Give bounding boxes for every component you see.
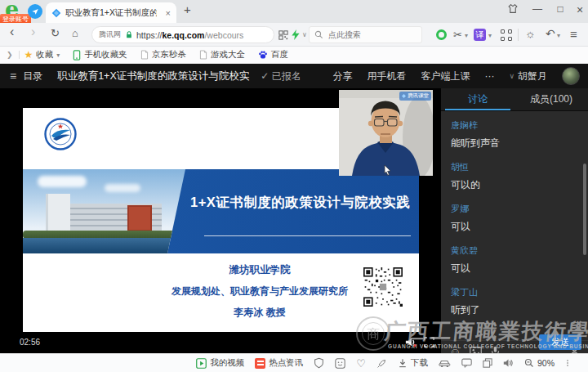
zoom-control[interactable]: 90% [524, 358, 555, 368]
game-face-icon[interactable] [335, 358, 345, 369]
bookmark-mobile-favorites[interactable]: 手机收藏夹 [73, 49, 127, 61]
favorites-dropdown-icon[interactable]: ▾ [56, 52, 60, 59]
fullscreen-icon[interactable] [424, 337, 434, 347]
chat-text: 可以的 [451, 178, 578, 192]
slide-title: 1+X证书制度的政策设计与院校实践 [190, 194, 415, 212]
qr-code [363, 267, 403, 307]
addressbar-dropdown-icon[interactable]: ∨ [302, 31, 307, 38]
browser-tab[interactable]: 职业教育1+X证书制度的政策 × [46, 2, 176, 23]
toc-menu-icon[interactable]: ≡ [10, 69, 16, 83]
bookmarks-sidebar-toggle-icon[interactable]: ❯ [7, 51, 20, 59]
hot-news-icon [255, 358, 265, 369]
chat-message: 胡恒 可以的 [451, 161, 578, 192]
chat-text: 可以 [451, 220, 578, 234]
zoom-out-icon [524, 358, 534, 368]
bookmark-games[interactable]: 游戏大全 [199, 49, 245, 61]
user-chevron-icon: ∨ [509, 72, 514, 80]
search-input[interactable] [327, 29, 408, 40]
tab-discussion[interactable]: 讨论 [441, 88, 514, 110]
volume-icon[interactable] [405, 337, 416, 347]
security-shield-icon[interactable] [314, 357, 324, 369]
hot-news-button[interactable]: 热点资讯 [255, 357, 303, 369]
bookmark-favorites[interactable]: ★ 收藏 ▾ [24, 49, 60, 61]
flash-speed-icon[interactable] [292, 29, 300, 43]
forward-button[interactable]: › [31, 25, 35, 39]
bookmark-label: 百度 [271, 49, 288, 61]
maximize-button[interactable]: □ [552, 3, 568, 15]
browser-bottom-bar: 我的视频 热点资讯 ♡ 下载 90% [0, 353, 588, 372]
scissors-dropdown-icon[interactable]: ▾ [465, 32, 468, 39]
restore-windows-icon[interactable] [483, 358, 492, 368]
reload-button[interactable]: ↻ [51, 27, 60, 39]
client-app-button[interactable]: 客户端上课 [421, 69, 470, 83]
daynight-mode-icon[interactable]: ☼ [525, 27, 536, 40]
paper-plane-icon [31, 7, 39, 16]
toolbar-divider [518, 29, 519, 41]
theme-skin-icon[interactable] [505, 3, 521, 16]
window-close-button[interactable]: × [572, 3, 588, 16]
undo-history-icon[interactable]: ↶ [546, 27, 555, 40]
home-button[interactable]: ⌂ [72, 27, 78, 39]
chat-scrollbar[interactable] [583, 164, 586, 255]
translate-dropdown-icon[interactable]: ▾ [488, 32, 492, 39]
main-content: 1+X证书制度的政策设计与院校实践 潍坊职业学院 发展规划处、职业教育与产业发展… [0, 88, 588, 353]
tab-close-icon[interactable]: × [166, 8, 171, 18]
back-button[interactable]: ‹ [10, 25, 14, 39]
bookmarks-bar: ❯ ★ 收藏 ▾ 手机收藏夹 京东秒杀 游戏大全 百度 [0, 47, 588, 64]
send-button[interactable]: 发送 [539, 334, 581, 350]
watch-on-phone-button[interactable]: 用手机看 [367, 69, 406, 83]
minimize-button[interactable]: — [529, 3, 546, 15]
game-rocket-icon[interactable] [376, 358, 387, 369]
chat-username: 胡恒 [451, 161, 578, 173]
main-menu-icon[interactable]: ≡ [570, 27, 577, 41]
bookmark-label: 京东秒杀 [152, 49, 186, 61]
feedback-bubble-icon[interactable] [461, 358, 472, 368]
chat-text: 能听到声音 [451, 137, 578, 150]
video-player[interactable]: 1+X证书制度的政策设计与院校实践 潍坊职业学院 发展规划处、职业教育与产业发展… [0, 88, 441, 353]
tab-bar: e 登录账号 职业教育1+X证书制度的政策 × + — □ × [0, 0, 588, 23]
campus-photo [23, 169, 185, 253]
chat-message: 梁丁山 听到了 [451, 286, 578, 317]
quick-access-icon[interactable] [28, 4, 42, 19]
tencent-classroom-mini-icon [402, 94, 406, 98]
search-icon [314, 30, 323, 39]
favorites-heart-icon[interactable]: ♡ [356, 357, 366, 370]
slide-title-band: 1+X证书制度的政策设计与院校实践 [23, 169, 419, 253]
toc-button[interactable]: 目录 [23, 69, 42, 83]
bookmark-baidu[interactable]: 百度 [258, 49, 288, 61]
screenshot-scissors-icon[interactable]: ✂ [453, 29, 462, 41]
undo-dropdown-icon[interactable]: ▾ [557, 32, 560, 39]
phone-icon [73, 50, 81, 61]
download-button[interactable]: 下载 [398, 357, 428, 369]
avatar[interactable] [562, 67, 580, 85]
my-videos-button[interactable]: 我的视频 [196, 357, 244, 369]
chat-sidebar: 讨论 成员(100) 唐娴梓 能听到声音 胡恒 可以的 罗娜 可以 黄欣碧 [441, 88, 588, 353]
adblock-icon[interactable] [436, 29, 447, 40]
browser-window: e 登录账号 职业教育1+X证书制度的政策 × + — □ × ‹ › ↻ ⌂ … [0, 0, 588, 372]
qr-code-icon[interactable] [278, 30, 288, 43]
tab-title: 职业教育1+X证书制度的政策 [65, 7, 157, 19]
speaker-icon[interactable] [503, 358, 514, 368]
resize-grip[interactable] [567, 360, 568, 366]
share-button[interactable]: 分享 [332, 69, 352, 83]
translate-icon[interactable]: 译 [474, 29, 486, 41]
chat-tabs: 讨论 成员(100) [441, 88, 588, 111]
search-box[interactable] [309, 26, 422, 43]
bookmark-label: 收藏 [36, 49, 53, 61]
page-icon [140, 50, 149, 60]
course-title: 职业教育1+X证书制度的政策设计与院校实 [57, 69, 249, 83]
presenter-image [339, 90, 433, 176]
more-menu-button[interactable]: ··· [484, 70, 494, 82]
apps-grid-icon[interactable] [501, 29, 512, 41]
car-mode-icon[interactable] [439, 358, 451, 368]
new-tab-button[interactable]: + [184, 2, 191, 16]
slide-org2: 发展规划处、职业教育与产业发展研究所 [113, 285, 407, 298]
url-host: ke.qq.com [163, 30, 205, 40]
bookmark-jd[interactable]: 京东秒杀 [140, 49, 186, 61]
tab-members[interactable]: 成员(100) [514, 88, 588, 110]
chat-username: 罗娜 [451, 203, 578, 215]
address-bar[interactable]: 腾讯网 https://ke.qq.com/webcours [91, 26, 274, 43]
slide-speaker: 李寿冰 教授 [113, 306, 407, 320]
chat-message: 罗娜 可以 [451, 203, 578, 234]
user-menu[interactable]: ∨ 胡蟹月 [509, 69, 547, 83]
